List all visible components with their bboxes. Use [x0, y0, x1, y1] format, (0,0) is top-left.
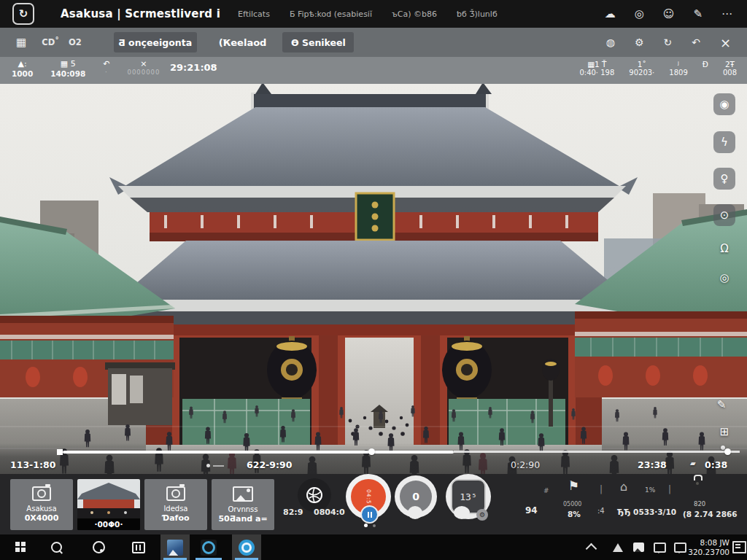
title-subtext: Eftilcats — [238, 9, 270, 19]
mode-button-3[interactable]: Ɵ Senikeel — [282, 32, 354, 52]
status-right-group: ▦1 Ť 0:40· 198 1˚ 90203· ʲ 1809 Ð 2Ŧ 008 — [579, 60, 737, 77]
tray-image-button[interactable] — [629, 534, 648, 560]
taskbar-search-button[interactable] — [44, 534, 69, 560]
divider: | — [600, 484, 603, 494]
media-app-icon — [239, 540, 255, 556]
pen-tool-button[interactable]: ✎ — [711, 394, 732, 416]
gear-icon: ⚙ — [479, 511, 485, 518]
eye-tool-button[interactable]: ⊙ — [713, 204, 735, 226]
more-options-icon[interactable]: ⋯ — [721, 7, 732, 20]
dock-counter-b: 0804:0 — [314, 508, 345, 517]
taskbar-app-photos[interactable] — [160, 534, 190, 560]
timecode-readout: 29:21:08 — [170, 62, 217, 73]
taskbar-app-media[interactable] — [232, 534, 261, 560]
timeline-track[interactable] — [454, 451, 740, 453]
timeline-playhead[interactable] — [368, 448, 375, 455]
cloud-sync-icon[interactable]: ☁ — [605, 7, 616, 20]
flag-icon[interactable]: ⚑ — [568, 478, 579, 493]
dock-counter-a: 82:9 — [283, 508, 303, 517]
status-counter-5: 2Ŧ 008 — [723, 60, 737, 77]
image-tray-icon — [633, 542, 644, 552]
stat-colon4: :4 — [597, 507, 605, 515]
windows-taskbar: 8:08 JW 320.23700 — [0, 534, 747, 560]
pause-badge[interactable] — [360, 505, 379, 524]
undo-icon: ↶ — [103, 60, 109, 69]
pen-icon: ✎ — [717, 398, 727, 411]
sticker-tool-button[interactable]: ◎ — [713, 267, 735, 289]
media-tile-thumbnail[interactable]: ·00Φ0· — [77, 479, 140, 530]
bell-tool-button[interactable]: Ω — [713, 238, 735, 260]
gear-icon[interactable]: ⚙ — [635, 36, 644, 48]
account-icon[interactable]: ☺ — [663, 7, 675, 20]
chevron-up-icon — [585, 543, 597, 555]
task-view-button[interactable] — [125, 534, 152, 560]
grid-view-icon[interactable]: ▦ — [16, 36, 26, 49]
enhance-tool-button[interactable]: ◉ — [713, 93, 735, 115]
timeline-end-marker[interactable] — [724, 448, 731, 455]
taskbar-app-capture[interactable] — [193, 534, 225, 560]
ribbon-actions: ◍ ⚙ ↻ ↶ × — [606, 35, 731, 50]
timeline-duration: 0:38 — [705, 459, 727, 470]
toolbar-ribbon: ▦ CD˚ O2 Ƌ onçeeigonta (Ҟeelaod Ɵ Senike… — [0, 28, 747, 57]
globe-icon[interactable]: ◍ — [606, 36, 615, 48]
mode-button-2[interactable]: (Ҟeelaod — [213, 32, 273, 52]
status-left-group: ▲: 1000 ▦ 5 140:098 ↶ · × 0000000 — [12, 60, 160, 78]
eye-icon: ⊙ — [720, 209, 729, 222]
stat-94: 94 — [525, 505, 538, 516]
globe-icon — [305, 486, 324, 505]
timeline-label-right: 23:38 — [638, 459, 667, 470]
timeline: 113-1:80 622-9:90 0:2:90 23:38 ▰ 0:38 — [0, 443, 747, 474]
cortana-button[interactable] — [86, 534, 111, 560]
warning-triangle-icon — [613, 543, 623, 552]
taskbar-clock[interactable]: 8:08 JW 320.23700 — [684, 538, 729, 557]
window-title: Asakusa | Scrmestliverd i — [61, 7, 220, 20]
action-center-button[interactable] — [731, 534, 747, 560]
timeline-label-mid: 622-9:90 — [247, 459, 292, 470]
undo-icon[interactable]: ↶ — [692, 36, 700, 48]
timeline-progress-bar[interactable] — [63, 451, 454, 454]
title-subtext: ƅб Ǯ)lunlб — [457, 9, 498, 19]
clock-date: 320.23700 — [684, 548, 729, 557]
clear-control[interactable]: × 0000000 — [128, 60, 160, 78]
media-tile-gallery[interactable]: Orvnnss 50Ƌand a= — [212, 479, 274, 530]
pin-icon: ♀ — [721, 172, 729, 185]
timeline-flag-icon: ▰ — [690, 459, 696, 467]
o2-toggle[interactable]: O2 — [69, 37, 82, 47]
flash-tool-button[interactable]: ϟ — [713, 131, 735, 153]
tray-chat-button[interactable] — [650, 534, 669, 560]
tray-warning-button[interactable] — [608, 534, 628, 560]
media-tile-video[interactable]: ldedsa Ɗafoo — [144, 479, 207, 530]
temple-sign-plaque — [356, 193, 394, 240]
media-tiles: Asakusa 0X4000 ·00Φ0· ldedsa Ɗafoo — [10, 479, 274, 530]
timeline-label-late: 0:2:90 — [511, 459, 540, 470]
edit-icon[interactable]: ✎ — [693, 7, 703, 20]
app-window: ↻ Asakusa | Scrmestliverd i Eftilcats Б … — [0, 0, 747, 560]
clock-time: 8:08 JW — [684, 538, 729, 548]
search-icon — [48, 540, 63, 555]
grid-icon: ⊞ — [720, 425, 729, 438]
bag-stat-line: (8 2.74 2866 — [683, 510, 738, 518]
help-icon[interactable]: ◎ — [635, 7, 644, 20]
task-view-icon — [132, 542, 145, 553]
tray-expand-button[interactable] — [580, 534, 602, 560]
grid-tool-button[interactable]: ⊞ — [713, 421, 735, 443]
building-icon[interactable]: ⌂ — [620, 480, 627, 494]
bell-icon: Ω — [720, 242, 728, 255]
clear-icon: × — [140, 60, 147, 69]
mode-page-dots — [364, 524, 376, 527]
undo-control[interactable]: ↶ · — [103, 60, 109, 78]
cd-toggle[interactable]: CD˚ — [42, 37, 59, 47]
mode-button-1[interactable]: Ƌ onçeeigonta — [114, 32, 197, 52]
timeline-label-start: 113-1:80 — [10, 459, 55, 470]
mini-gear-button[interactable]: ⚙ — [476, 509, 488, 521]
status-item-frames: ▦ 5 140:098 — [50, 60, 85, 78]
app-logo[interactable]: ↻ — [12, 3, 34, 25]
divider: | — [668, 484, 671, 494]
pin-tool-button[interactable]: ♀ — [713, 168, 735, 190]
close-icon[interactable]: × — [720, 35, 731, 50]
start-button[interactable] — [9, 534, 32, 560]
settings-button-tab — [454, 506, 470, 519]
timeline-left-handle[interactable] — [57, 449, 63, 455]
media-tile-camera[interactable]: Asakusa 0X4000 — [10, 479, 73, 530]
refresh-icon[interactable]: ↻ — [663, 36, 672, 48]
